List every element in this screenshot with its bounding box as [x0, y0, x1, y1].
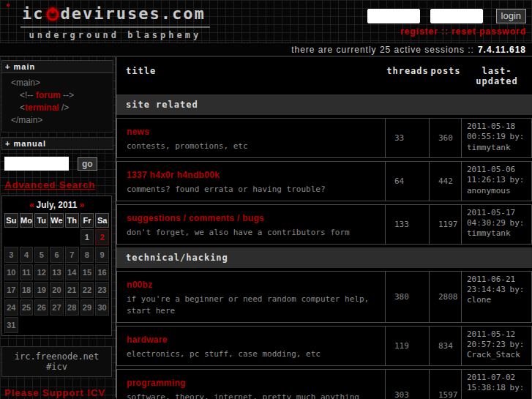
- threads-count: 303: [385, 370, 429, 399]
- calendar-day[interactable]: 24: [4, 299, 18, 316]
- calendar-day-header: Th: [65, 213, 79, 228]
- calendar-day[interactable]: 16: [95, 264, 109, 280]
- calendar-day-today[interactable]: 2: [95, 229, 109, 245]
- calendar-day[interactable]: 4: [20, 247, 34, 263]
- column-header-posts: posts: [430, 66, 462, 86]
- site-subtitle: underground blasphemy: [20, 30, 210, 40]
- calendar-day: [50, 229, 64, 245]
- calendar-day-header: Mo: [20, 213, 34, 228]
- calendar-day[interactable]: 17: [4, 282, 18, 298]
- calendar: «July, 2011» Su Mo Tu We Th Fr Sa 1 2: [1, 195, 112, 336]
- calendar-day-header: Sa: [95, 213, 109, 228]
- reset-password-link[interactable]: reset password: [452, 26, 526, 37]
- calendar-day[interactable]: 19: [34, 282, 48, 298]
- advanced-search-link[interactable]: Advanced Search: [4, 179, 95, 190]
- calendar-day[interactable]: 30: [95, 299, 109, 316]
- calendar-day[interactable]: 5: [34, 247, 48, 263]
- calendar-day[interactable]: 7: [65, 247, 79, 263]
- threads-count: 380: [385, 272, 429, 322]
- posts-count: 1197: [429, 205, 461, 244]
- forum-row: suggestions / comments / bugs don't forg…: [116, 204, 532, 245]
- calendar-next-icon[interactable]: »: [77, 200, 86, 210]
- calendar-day: [95, 317, 109, 333]
- last-updated: 2011-06-21 23:14:43 by: clone: [461, 272, 531, 322]
- calendar-day[interactable]: 13: [50, 264, 64, 280]
- forum-link[interactable]: hardware: [127, 335, 168, 345]
- calendar-day: [34, 229, 48, 245]
- support-banner[interactable]: Please Support ICV: [4, 387, 113, 398]
- forum-link[interactable]: programming: [127, 378, 186, 388]
- search-input[interactable]: [4, 157, 69, 171]
- calendar-day[interactable]: 15: [80, 264, 94, 280]
- calendar-day[interactable]: 18: [20, 282, 34, 298]
- password-input[interactable]: [430, 9, 483, 23]
- calendar-day[interactable]: 23: [95, 282, 109, 298]
- calendar-day: [20, 317, 34, 333]
- sidebar-section-main[interactable]: + main: [1, 60, 113, 73]
- calendar-month-bar: «July, 2011»: [4, 198, 109, 213]
- calendar-day: [4, 229, 18, 245]
- forum-link[interactable]: n00bz: [127, 280, 153, 290]
- category-row: technical/hacking: [116, 247, 532, 268]
- terminal-link[interactable]: terminal: [25, 102, 59, 113]
- code-open-main: <main>: [2, 77, 113, 89]
- calendar-day[interactable]: 14: [65, 264, 79, 280]
- forum-description: contests, promotions, etc: [127, 141, 381, 152]
- calendar-day[interactable]: 10: [4, 264, 18, 280]
- calendar-day: [20, 229, 34, 245]
- calendar-day[interactable]: 25: [20, 299, 34, 316]
- calendar-day-header: We: [50, 213, 64, 228]
- calendar-day: [65, 317, 79, 333]
- calendar-day: [65, 229, 79, 245]
- login-button[interactable]: login: [496, 9, 526, 23]
- main-content: title threads posts last-updated site re…: [116, 57, 532, 398]
- table-header-row: title threads posts last-updated: [116, 61, 532, 92]
- forum-description: don't forget, we also have a contributor…: [127, 227, 381, 239]
- calendar-day[interactable]: 20: [50, 282, 64, 298]
- calendar-day[interactable]: 27: [50, 299, 64, 316]
- last-updated: 2011-07-02 15:38:18 by:: [461, 370, 531, 399]
- calendar-day[interactable]: 22: [80, 282, 94, 298]
- version-number: 7.4.11.618: [478, 45, 526, 55]
- page: icdeviruses.com underground blasphemy lo…: [0, 0, 532, 399]
- go-button[interactable]: go: [78, 157, 97, 171]
- column-header-title: title: [116, 66, 386, 86]
- forum-link[interactable]: suggestions / comments / bugs: [127, 213, 264, 223]
- power-icon: [45, 7, 60, 25]
- calendar-day[interactable]: 3: [4, 247, 18, 263]
- calendar-day[interactable]: 31: [4, 317, 18, 333]
- forum-table: title threads posts last-updated site re…: [116, 61, 532, 399]
- sidebar-section-manual[interactable]: + manual: [1, 137, 113, 150]
- calendar-day[interactable]: 21: [65, 282, 79, 298]
- column-header-last-updated: last-updated: [462, 66, 532, 86]
- forum-link[interactable]: 1337 h4x0r h4ndb00k: [127, 170, 220, 180]
- site-header: icdeviruses.com underground blasphemy lo…: [0, 0, 532, 42]
- calendar-day-header: Fr: [80, 213, 94, 228]
- username-input[interactable]: [367, 9, 420, 23]
- sidebar: + main <main> <!-- forum --> <terminal /…: [0, 57, 116, 398]
- forum-description: comments? found errata or having trouble…: [127, 184, 381, 195]
- calendar-day[interactable]: 11: [20, 264, 34, 280]
- forum-link[interactable]: news: [127, 127, 149, 137]
- site-logo[interactable]: icdeviruses.com underground blasphemy: [20, 4, 210, 40]
- main-nav: <main> <!-- forum --> <terminal /> </mai…: [1, 73, 113, 133]
- posts-count: 2808: [429, 272, 461, 322]
- calendar-day[interactable]: 26: [34, 299, 48, 316]
- active-sessions-text: there are currently 25 active sessions :…: [291, 45, 474, 55]
- calendar-day[interactable]: 6: [50, 247, 64, 263]
- forum-link[interactable]: forum: [36, 90, 61, 100]
- forum-row: news contests, promotions, etc 33 360 20…: [116, 118, 532, 158]
- login-form: login register::reset password: [367, 9, 526, 37]
- corner-dot-icon: [7, 4, 10, 7]
- calendar-day[interactable]: 9: [95, 247, 109, 263]
- calendar-day[interactable]: 12: [34, 264, 48, 280]
- calendar-day[interactable]: 1: [80, 229, 94, 245]
- register-link[interactable]: register: [400, 26, 438, 37]
- calendar-day[interactable]: 29: [80, 299, 94, 316]
- threads-count: 64: [385, 162, 429, 201]
- posts-count: 442: [429, 162, 461, 201]
- calendar-prev-icon[interactable]: «: [27, 200, 37, 210]
- calendar-day[interactable]: 28: [65, 299, 79, 316]
- calendar-day[interactable]: 8: [80, 247, 94, 263]
- forum-row: n00bz if you're a beginner or need rando…: [116, 271, 532, 323]
